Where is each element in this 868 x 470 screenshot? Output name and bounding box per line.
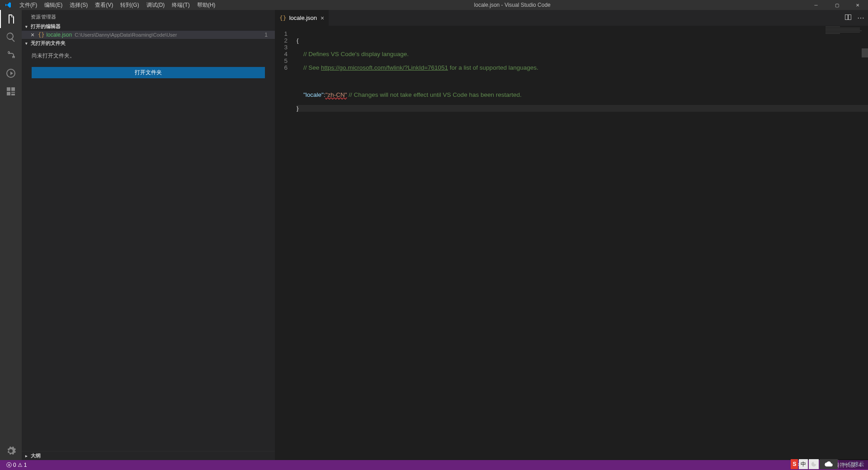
open-editor-path: C:\Users\Danny\AppData\Roaming\Code\User (75, 32, 177, 38)
ime-language-indicator[interactable]: 中 (799, 459, 808, 469)
status-problems[interactable]: ⓧ0 ⚠1 (4, 461, 29, 469)
section-no-folder[interactable]: ▾ 无打开的文件夹 (22, 39, 275, 47)
chevron-down-icon: ▾ (25, 41, 31, 46)
tab-locale-json[interactable]: {} locale.json × (275, 10, 329, 26)
sidebar-title: 资源管理器 (22, 10, 275, 22)
window-controls: ─ ▢ ✕ (806, 0, 868, 10)
json-file-icon: {} (38, 32, 44, 38)
watermark: ∞亿速云 (839, 459, 868, 469)
activity-search[interactable] (0, 28, 22, 46)
activity-extensions[interactable] (0, 82, 22, 100)
sidebar-explorer: 资源管理器 ▾ 打开的编辑器 × {} locale.json C:\Users… (22, 10, 275, 460)
warning-icon: ⚠ (18, 462, 23, 468)
minimize-button[interactable]: ─ (806, 0, 826, 10)
open-editor-filename: locale.json (46, 32, 72, 38)
minimap[interactable] (826, 26, 862, 460)
main-area: 资源管理器 ▾ 打开的编辑器 × {} locale.json C:\Users… (0, 10, 868, 460)
ime-mode-icon[interactable] (809, 459, 819, 469)
activity-explorer[interactable] (0, 10, 22, 28)
split-editor-icon[interactable] (844, 14, 852, 23)
menu-edit[interactable]: 编辑(E) (41, 1, 66, 9)
maximize-button[interactable]: ▢ (826, 0, 847, 10)
tab-actions: ⋯ (841, 10, 868, 26)
titlebar: 文件(F) 编辑(E) 选择(S) 查看(V) 转到(G) 调试(D) 终端(T… (0, 0, 868, 10)
menu-terminal[interactable]: 终端(T) (168, 1, 193, 9)
close-button[interactable]: ✕ (847, 0, 868, 10)
menu-file[interactable]: 文件(F) (16, 1, 41, 9)
error-icon: ⓧ (6, 461, 12, 469)
more-actions-icon[interactable]: ⋯ (857, 14, 864, 22)
open-editor-item[interactable]: × {} locale.json C:\Users\Danny\AppData\… (22, 31, 275, 39)
editor-close-icon[interactable]: × (31, 31, 37, 38)
menu-debug[interactable]: 调试(D) (143, 1, 169, 9)
open-editor-count: 1 (264, 32, 271, 38)
no-folder-message: 尚未打开文件夹。 (22, 47, 275, 64)
activity-settings[interactable] (0, 442, 22, 460)
editor-region: {} locale.json × ⋯ 1 2 3 4 5 6 { // Defi… (275, 10, 868, 460)
open-editors-label: 打开的编辑器 (31, 23, 61, 30)
chevron-down-icon: ▾ (25, 24, 31, 29)
section-outline[interactable]: ▸ 大纲 (22, 451, 275, 460)
menu-view[interactable]: 查看(V) (91, 1, 117, 9)
menu-go[interactable]: 转到(G) (117, 1, 142, 9)
code-content[interactable]: { // Defines VS Code's display language.… (293, 26, 868, 460)
editor-tabs: {} locale.json × ⋯ (275, 10, 868, 26)
menu-bar: 文件(F) 编辑(E) 选择(S) 查看(V) 转到(G) 调试(D) 终端(T… (16, 1, 219, 9)
ime-sogou-icon[interactable]: S (791, 459, 798, 469)
menu-help[interactable]: 帮助(H) (193, 1, 219, 9)
tab-label: locale.json (289, 14, 317, 21)
activity-debug[interactable] (0, 64, 22, 82)
chevron-right-icon: ▸ (25, 454, 31, 458)
status-bar: ⓧ0 ⚠1 行 6，列 2 制表符长度: 4 (0, 460, 868, 470)
tab-close-icon[interactable]: × (321, 14, 324, 22)
no-folder-label: 无打开的文件夹 (31, 40, 66, 47)
outline-label: 大纲 (31, 452, 41, 459)
scrollbar-thumb[interactable] (862, 48, 868, 57)
code-editor[interactable]: 1 2 3 4 5 6 { // Defines VS Code's displ… (275, 26, 868, 460)
open-folder-button[interactable]: 打开文件夹 (32, 67, 265, 78)
line-gutter: 1 2 3 4 5 6 (275, 26, 293, 460)
activity-scm[interactable] (0, 46, 22, 64)
menu-selection[interactable]: 选择(S) (66, 1, 91, 9)
json-file-icon: {} (279, 14, 287, 21)
system-tray-overlay: S 中 ∞亿速云 (791, 458, 868, 470)
section-open-editors[interactable]: ▾ 打开的编辑器 (22, 22, 275, 31)
activity-bar (0, 10, 22, 460)
ime-cloud-icon[interactable] (820, 459, 838, 469)
window-title: locale.json - Visual Studio Code (219, 2, 806, 8)
vscode-logo-icon (0, 1, 16, 9)
